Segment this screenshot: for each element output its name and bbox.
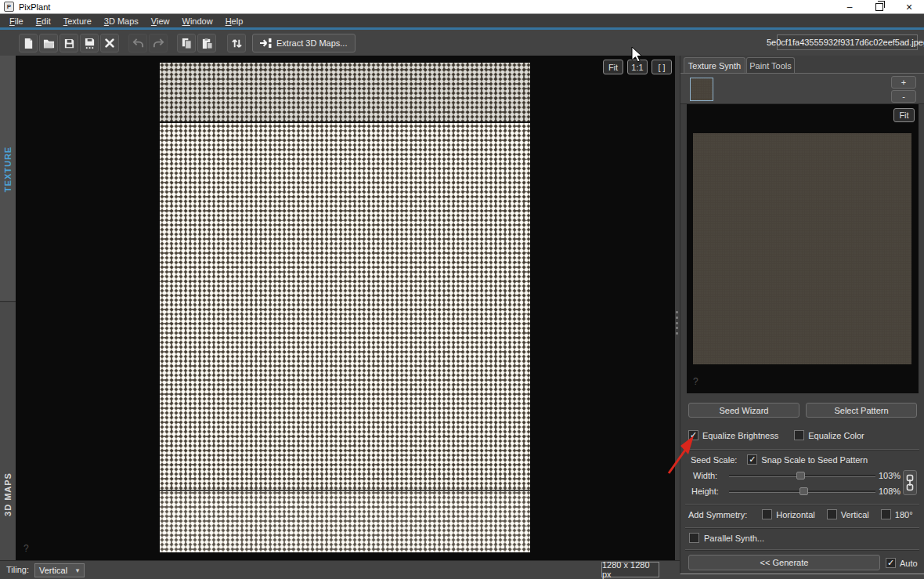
close-icon: × bbox=[906, 1, 912, 13]
extract-label: Extract 3D Maps... bbox=[276, 38, 347, 48]
save-button[interactable] bbox=[60, 34, 78, 52]
parallel-synth-label: Parallel Synth... bbox=[704, 534, 764, 543]
equalize-color-checkbox[interactable] bbox=[794, 430, 804, 440]
canvas-help-icon[interactable]: ? bbox=[23, 543, 29, 554]
height-slider-thumb[interactable] bbox=[799, 487, 808, 495]
swap-button[interactable] bbox=[227, 34, 246, 52]
tab-paint-tools-label: Paint Tools bbox=[749, 61, 792, 71]
sidebar-3d-maps-section[interactable]: 3D MAPS bbox=[0, 302, 16, 560]
canvas-region-label: [ ] bbox=[658, 63, 665, 72]
select-pattern-button[interactable]: Select Pattern bbox=[806, 403, 917, 418]
snap-scale-checkbox[interactable]: ✓ bbox=[747, 454, 757, 465]
tab-paint-tools[interactable]: Paint Tools bbox=[746, 57, 795, 73]
sidebar-texture-section[interactable]: TEXTURE bbox=[0, 56, 16, 302]
extract-3d-maps-button[interactable]: Extract 3D Maps... bbox=[252, 34, 356, 52]
save-icon bbox=[63, 38, 75, 49]
texture-image[interactable] bbox=[160, 63, 530, 552]
redo-icon bbox=[153, 38, 164, 49]
symmetry-180-checkbox[interactable] bbox=[881, 509, 891, 519]
equalize-brightness-checkbox[interactable]: ✓ bbox=[688, 430, 698, 440]
menu-file[interactable]: File bbox=[3, 16, 30, 26]
symmetry-180-label: 180° bbox=[895, 510, 913, 519]
menu-window[interactable]: Window bbox=[175, 16, 218, 26]
tiling-dropdown[interactable]: Vertical ▾ bbox=[34, 563, 85, 577]
tab-texture-synth[interactable]: Texture Synth bbox=[684, 57, 745, 73]
width-slider[interactable] bbox=[729, 470, 875, 480]
menu-view[interactable]: View bbox=[145, 16, 176, 26]
mode-sidebar: TEXTURE 3D MAPS bbox=[0, 56, 16, 560]
canvas-1to1-button[interactable]: 1:1 bbox=[627, 60, 648, 74]
seed-thumbnail[interactable] bbox=[690, 78, 713, 101]
menu-bar: File Edit Texture 3D Maps View Window He… bbox=[0, 14, 924, 27]
auto-checkbox[interactable]: ✓ bbox=[886, 558, 896, 568]
minimize-button[interactable]: – bbox=[835, 0, 864, 13]
seed-wizard-button[interactable]: Seed Wizard bbox=[688, 403, 799, 418]
paste-button[interactable] bbox=[197, 34, 216, 52]
minimize-icon: – bbox=[847, 2, 853, 13]
symmetry-horizontal-label: Horizontal bbox=[776, 510, 815, 519]
texture-size-readout: 1280 x 1280 px bbox=[601, 562, 659, 577]
tiling-value: Vertical bbox=[35, 566, 71, 575]
auto-label: Auto bbox=[900, 559, 918, 568]
add-seed-button[interactable]: + bbox=[891, 76, 916, 89]
canvas-region-button[interactable]: [ ] bbox=[651, 60, 672, 74]
tiling-label: Tiling: bbox=[6, 565, 29, 574]
canvas-fit-button[interactable]: Fit bbox=[603, 60, 623, 74]
preview-fit-label: Fit bbox=[899, 110, 908, 120]
close-file-button[interactable] bbox=[100, 34, 119, 52]
copy-button[interactable] bbox=[177, 34, 196, 52]
dropdown-arrow-icon: ▾ bbox=[71, 566, 84, 574]
new-button[interactable] bbox=[19, 34, 38, 52]
maps-mode-label: 3D MAPS bbox=[3, 472, 13, 516]
menu-texture[interactable]: Texture bbox=[57, 16, 98, 26]
width-slider-thumb[interactable] bbox=[796, 472, 805, 479]
menu-3d-maps[interactable]: 3D Maps bbox=[98, 16, 145, 26]
canvas-1to1-label: 1:1 bbox=[631, 63, 643, 72]
check-icon: ✓ bbox=[749, 455, 756, 464]
restore-icon bbox=[875, 3, 883, 11]
title-bar: P PixPlant – × bbox=[0, 0, 924, 14]
redo-button[interactable] bbox=[149, 34, 168, 52]
paste-icon bbox=[201, 38, 213, 49]
seed-preview[interactable]: Fit ? bbox=[687, 104, 919, 393]
link-dimensions-button[interactable] bbox=[903, 470, 917, 495]
restore-button[interactable] bbox=[864, 0, 894, 13]
open-button[interactable] bbox=[39, 34, 58, 52]
select-pattern-label: Select Pattern bbox=[834, 406, 888, 415]
splitter-grip-icon bbox=[676, 309, 679, 336]
texture-size-label: 1280 x 1280 px bbox=[602, 560, 659, 579]
tab-texture-synth-label: Texture Synth bbox=[688, 61, 741, 71]
equalize-brightness-label: Equalize Brightness bbox=[702, 431, 778, 440]
filename-field[interactable]: 5e0cf1fa43555932f9317d6c02eef5ad.jpeg bbox=[777, 34, 918, 50]
remove-seed-button[interactable]: - bbox=[891, 90, 916, 103]
pixplant-window: P PixPlant – × File Edit Texture 3D Maps… bbox=[0, 0, 924, 579]
texture-synth-panel: Texture Synth Paint Tools + - Fit ? Seed… bbox=[680, 56, 924, 574]
generate-label: << Generate bbox=[760, 558, 809, 567]
symmetry-horizontal-checkbox[interactable] bbox=[762, 509, 772, 519]
close-file-icon bbox=[104, 38, 115, 49]
save-as-icon bbox=[84, 38, 96, 49]
menu-help[interactable]: Help bbox=[219, 16, 250, 26]
height-slider[interactable] bbox=[729, 486, 875, 496]
preview-fit-button[interactable]: Fit bbox=[893, 108, 915, 122]
texture-canvas[interactable]: Fit 1:1 [ ] ? bbox=[16, 56, 675, 560]
extract-icon bbox=[259, 38, 272, 49]
close-button[interactable]: × bbox=[894, 0, 924, 13]
divider bbox=[685, 449, 919, 451]
save-as-button[interactable] bbox=[80, 34, 99, 52]
check-icon: ✓ bbox=[690, 431, 697, 440]
preview-help-icon[interactable]: ? bbox=[693, 376, 698, 387]
symmetry-vertical-label: Vertical bbox=[841, 510, 869, 519]
add-symmetry-label: Add Symmetry: bbox=[688, 510, 747, 519]
swap-arrows-icon bbox=[231, 38, 243, 49]
copy-icon bbox=[181, 38, 193, 49]
minus-icon: - bbox=[902, 92, 905, 101]
texture-mode-label: TEXTURE bbox=[3, 147, 13, 192]
seed-thumbnail-strip: + - bbox=[680, 73, 924, 104]
symmetry-vertical-checkbox[interactable] bbox=[827, 509, 837, 519]
generate-button[interactable]: << Generate bbox=[688, 555, 880, 570]
menu-edit[interactable]: Edit bbox=[30, 16, 57, 26]
undo-button[interactable] bbox=[128, 34, 147, 52]
divider bbox=[685, 504, 919, 505]
parallel-synth-checkbox[interactable] bbox=[689, 533, 699, 543]
